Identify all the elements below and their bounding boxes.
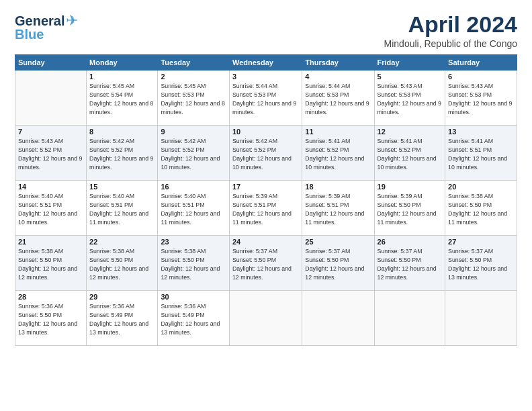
day-info: Sunrise: 5:36 AMSunset: 5:50 PMDaylight:… (18, 302, 83, 336)
calendar-cell: 15Sunrise: 5:40 AMSunset: 5:51 PMDayligh… (87, 181, 158, 236)
calendar-cell: 23Sunrise: 5:38 AMSunset: 5:50 PMDayligh… (158, 236, 230, 291)
location-subtitle: Mindouli, Republic of the Congo (384, 38, 517, 49)
calendar-cell: 14Sunrise: 5:40 AMSunset: 5:51 PMDayligh… (15, 181, 87, 236)
day-info: Sunrise: 5:43 AMSunset: 5:53 PMDaylight:… (378, 82, 443, 116)
calendar-cell: 1Sunrise: 5:45 AMSunset: 5:54 PMDaylight… (87, 71, 158, 126)
logo-bird-icon: ✈ (66, 12, 78, 30)
calendar-cell: 17Sunrise: 5:39 AMSunset: 5:51 PMDayligh… (229, 181, 302, 236)
calendar-cell (374, 291, 445, 346)
calendar-cell: 2Sunrise: 5:45 AMSunset: 5:53 PMDaylight… (158, 71, 230, 126)
calendar-cell (15, 71, 87, 126)
day-number: 30 (161, 293, 226, 301)
logo: General ✈ Blue (15, 12, 78, 42)
day-info: Sunrise: 5:40 AMSunset: 5:51 PMDaylight:… (18, 192, 83, 226)
calendar-cell: 13Sunrise: 5:41 AMSunset: 5:51 PMDayligh… (445, 126, 517, 181)
weekday-thursday: Thursday (302, 55, 374, 71)
day-number: 20 (448, 183, 514, 191)
day-info: Sunrise: 5:43 AMSunset: 5:53 PMDaylight:… (448, 82, 514, 116)
calendar-cell: 27Sunrise: 5:37 AMSunset: 5:50 PMDayligh… (445, 236, 517, 291)
calendar-cell: 16Sunrise: 5:40 AMSunset: 5:51 PMDayligh… (158, 181, 230, 236)
day-number: 23 (161, 238, 226, 246)
day-info: Sunrise: 5:38 AMSunset: 5:50 PMDaylight:… (89, 247, 154, 281)
day-info: Sunrise: 5:42 AMSunset: 5:52 PMDaylight:… (232, 137, 299, 171)
calendar-week-2: 7Sunrise: 5:43 AMSunset: 5:52 PMDaylight… (15, 126, 517, 181)
day-number: 11 (305, 128, 371, 136)
calendar-week-3: 14Sunrise: 5:40 AMSunset: 5:51 PMDayligh… (15, 181, 517, 236)
day-number: 19 (378, 183, 443, 191)
day-number: 13 (448, 128, 514, 136)
day-number: 6 (448, 73, 514, 81)
day-number: 24 (232, 238, 299, 246)
calendar-cell: 12Sunrise: 5:41 AMSunset: 5:52 PMDayligh… (374, 126, 445, 181)
day-number: 3 (232, 73, 299, 81)
day-number: 22 (89, 238, 154, 246)
weekday-saturday: Saturday (445, 55, 517, 71)
calendar-cell: 29Sunrise: 5:36 AMSunset: 5:49 PMDayligh… (87, 291, 158, 346)
month-title: April 2024 (384, 12, 517, 37)
day-info: Sunrise: 5:40 AMSunset: 5:51 PMDaylight:… (161, 192, 226, 226)
calendar-cell: 24Sunrise: 5:37 AMSunset: 5:50 PMDayligh… (229, 236, 302, 291)
calendar-table: SundayMondayTuesdayWednesdayThursdayFrid… (15, 54, 517, 346)
calendar-cell: 19Sunrise: 5:39 AMSunset: 5:50 PMDayligh… (374, 181, 445, 236)
day-info: Sunrise: 5:45 AMSunset: 5:54 PMDaylight:… (89, 82, 154, 116)
calendar-cell (445, 291, 517, 346)
calendar-cell: 3Sunrise: 5:44 AMSunset: 5:53 PMDaylight… (229, 71, 302, 126)
day-number: 29 (89, 293, 154, 301)
day-info: Sunrise: 5:37 AMSunset: 5:50 PMDaylight:… (232, 247, 299, 281)
day-info: Sunrise: 5:42 AMSunset: 5:52 PMDaylight:… (89, 137, 154, 171)
day-info: Sunrise: 5:38 AMSunset: 5:50 PMDaylight:… (448, 192, 514, 226)
calendar-cell (302, 291, 374, 346)
day-number: 14 (18, 183, 83, 191)
weekday-friday: Friday (374, 55, 445, 71)
day-info: Sunrise: 5:41 AMSunset: 5:51 PMDaylight:… (448, 137, 514, 171)
header: General ✈ Blue April 2024 Mindouli, Repu… (15, 12, 517, 49)
day-number: 15 (89, 183, 154, 191)
page: General ✈ Blue April 2024 Mindouli, Repu… (0, 0, 532, 411)
calendar-cell: 26Sunrise: 5:37 AMSunset: 5:50 PMDayligh… (374, 236, 445, 291)
calendar-cell (229, 291, 302, 346)
day-number: 18 (305, 183, 371, 191)
weekday-monday: Monday (87, 55, 158, 71)
calendar-cell: 25Sunrise: 5:37 AMSunset: 5:50 PMDayligh… (302, 236, 374, 291)
day-number: 8 (89, 128, 154, 136)
weekday-wednesday: Wednesday (229, 55, 302, 71)
logo-text: General ✈ Blue (15, 12, 78, 42)
day-info: Sunrise: 5:38 AMSunset: 5:50 PMDaylight:… (161, 247, 226, 281)
calendar-cell: 30Sunrise: 5:36 AMSunset: 5:49 PMDayligh… (158, 291, 230, 346)
day-number: 10 (232, 128, 299, 136)
weekday-tuesday: Tuesday (158, 55, 230, 71)
day-info: Sunrise: 5:39 AMSunset: 5:51 PMDaylight:… (232, 192, 299, 226)
day-info: Sunrise: 5:43 AMSunset: 5:52 PMDaylight:… (18, 137, 83, 171)
day-number: 26 (378, 238, 443, 246)
day-number: 1 (89, 73, 154, 81)
calendar-cell: 7Sunrise: 5:43 AMSunset: 5:52 PMDaylight… (15, 126, 87, 181)
calendar-cell: 6Sunrise: 5:43 AMSunset: 5:53 PMDaylight… (445, 71, 517, 126)
day-number: 12 (378, 128, 443, 136)
day-info: Sunrise: 5:38 AMSunset: 5:50 PMDaylight:… (18, 247, 83, 281)
day-number: 7 (18, 128, 83, 136)
day-info: Sunrise: 5:39 AMSunset: 5:51 PMDaylight:… (305, 192, 371, 226)
calendar-week-4: 21Sunrise: 5:38 AMSunset: 5:50 PMDayligh… (15, 236, 517, 291)
day-number: 2 (161, 73, 226, 81)
weekday-header-row: SundayMondayTuesdayWednesdayThursdayFrid… (15, 55, 517, 71)
calendar-cell: 21Sunrise: 5:38 AMSunset: 5:50 PMDayligh… (15, 236, 87, 291)
day-info: Sunrise: 5:44 AMSunset: 5:53 PMDaylight:… (232, 82, 299, 116)
day-info: Sunrise: 5:40 AMSunset: 5:51 PMDaylight:… (89, 192, 154, 226)
calendar-body: 1Sunrise: 5:45 AMSunset: 5:54 PMDaylight… (15, 71, 517, 346)
day-info: Sunrise: 5:37 AMSunset: 5:50 PMDaylight:… (448, 247, 514, 281)
day-number: 27 (448, 238, 514, 246)
calendar-cell: 4Sunrise: 5:44 AMSunset: 5:53 PMDaylight… (302, 71, 374, 126)
day-info: Sunrise: 5:37 AMSunset: 5:50 PMDaylight:… (305, 247, 371, 281)
day-info: Sunrise: 5:39 AMSunset: 5:50 PMDaylight:… (378, 192, 443, 226)
day-info: Sunrise: 5:44 AMSunset: 5:53 PMDaylight:… (305, 82, 371, 116)
calendar-cell: 8Sunrise: 5:42 AMSunset: 5:52 PMDaylight… (87, 126, 158, 181)
day-number: 16 (161, 183, 226, 191)
day-info: Sunrise: 5:37 AMSunset: 5:50 PMDaylight:… (378, 247, 443, 281)
title-block: April 2024 Mindouli, Republic of the Con… (384, 12, 517, 49)
day-info: Sunrise: 5:41 AMSunset: 5:52 PMDaylight:… (305, 137, 371, 171)
calendar-week-1: 1Sunrise: 5:45 AMSunset: 5:54 PMDaylight… (15, 71, 517, 126)
day-number: 5 (378, 73, 443, 81)
calendar-week-5: 28Sunrise: 5:36 AMSunset: 5:50 PMDayligh… (15, 291, 517, 346)
calendar-cell: 18Sunrise: 5:39 AMSunset: 5:51 PMDayligh… (302, 181, 374, 236)
weekday-sunday: Sunday (15, 55, 87, 71)
